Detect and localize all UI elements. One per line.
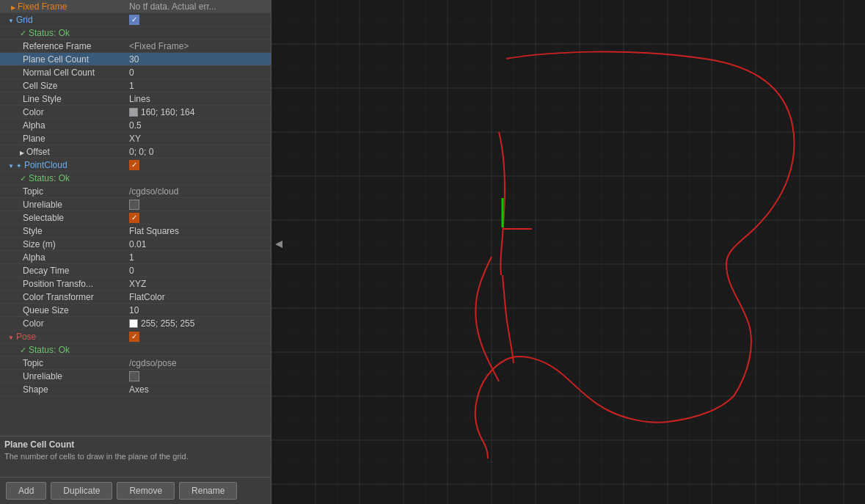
pc-queue-size-row[interactable]: Queue Size 10 — [0, 304, 271, 317]
pose-status-check-icon — [20, 345, 26, 355]
color-label-1: Color — [23, 107, 44, 117]
line-style-value: Lines — [129, 94, 150, 104]
pose-unreliable-row[interactable]: Unreliable — [0, 370, 271, 383]
pc-size-value: 0.01 — [129, 239, 146, 249]
reference-frame-row[interactable]: Reference Frame <Fixed Frame> — [0, 40, 271, 53]
plane-cell-count-row[interactable]: Plane Cell Count 30 — [0, 53, 271, 66]
color-row-1[interactable]: Color 160; 160; 164 — [0, 106, 271, 119]
line-style-row[interactable]: Line Style Lines — [0, 92, 271, 106]
pointcloud-label: PointCloud — [24, 160, 67, 170]
pc-decay-row[interactable]: Decay Time 0 — [0, 264, 271, 277]
status-check-icon — [20, 28, 26, 38]
fixed-frame-value: No tf data. Actual err... — [129, 1, 216, 12]
grid-row[interactable]: Grid — [0, 13, 271, 26]
pc-status-label: Status: Ok — [29, 173, 70, 183]
alpha-row-1[interactable]: Alpha 0.5 — [0, 119, 271, 132]
pc-status-check-icon — [20, 173, 26, 183]
pose-shape-row[interactable]: Shape Axes — [0, 383, 271, 396]
expand-icon — [11, 1, 15, 12]
add-button[interactable]: Add — [6, 482, 46, 500]
fixed-frame-label: Fixed Frame — [18, 1, 67, 12]
pc-topic-row[interactable]: Topic /cgdso/cloud — [0, 185, 271, 198]
pose-topic-value: /cgdso/pose — [129, 358, 177, 368]
main-area: Fixed Frame No tf data. Actual err... Gr… — [0, 0, 865, 504]
plane-label: Plane — [23, 134, 45, 144]
cell-size-value: 1 — [129, 81, 134, 91]
reference-frame-label: Reference Frame — [23, 41, 91, 51]
pc-selectable-row[interactable]: Selectable — [0, 211, 271, 224]
pose-unreliable-checkbox[interactable] — [129, 371, 139, 381]
plane-row[interactable]: Plane XY — [0, 132, 271, 145]
pointcloud-icon — [16, 160, 22, 170]
color-swatch-1 — [129, 108, 138, 117]
pc-color-row[interactable]: Color 255; 255; 255 — [0, 317, 271, 330]
pc-decay-value: 0 — [129, 266, 134, 276]
pose-row[interactable]: Pose — [0, 330, 271, 343]
pc-unreliable-checkbox[interactable] — [129, 200, 139, 210]
duplicate-button[interactable]: Duplicate — [51, 482, 112, 500]
line-style-label: Line Style — [23, 94, 62, 104]
pc-size-row[interactable]: Size (m) 0.01 — [0, 238, 271, 251]
grid-checkbox[interactable] — [129, 15, 139, 25]
rename-button[interactable]: Rename — [179, 482, 237, 500]
pc-alpha-value: 1 — [129, 252, 134, 263]
status-bar: Plane Cell Count The number of cells to … — [0, 436, 271, 477]
pose-status-row[interactable]: Status: Ok — [0, 343, 271, 357]
pose-unreliable-label: Unreliable — [23, 371, 62, 381]
pc-selectable-checkbox[interactable] — [129, 213, 139, 223]
pc-queue-size-label: Queue Size — [23, 305, 69, 315]
status-description: The number of cells to draw in the plane… — [4, 451, 266, 462]
pose-shape-label: Shape — [23, 384, 48, 395]
pose-checkbox[interactable] — [129, 332, 139, 342]
3d-viewport — [271, 0, 865, 504]
offset-expand-icon — [20, 147, 24, 157]
fixed-frame-row[interactable]: Fixed Frame No tf data. Actual err... — [0, 0, 271, 13]
pc-size-label: Size (m) — [23, 239, 56, 249]
pc-style-row[interactable]: Style Flat Squares — [0, 224, 271, 238]
pc-style-label: Style — [23, 226, 43, 236]
pose-shape-value: Axes — [129, 384, 149, 395]
pc-color-value: 255; 255; 255 — [141, 318, 194, 329]
pc-style-value: Flat Squares — [129, 226, 179, 236]
svg-rect-0 — [271, 0, 865, 504]
color-value-1: 160; 160; 164 — [141, 107, 194, 117]
pc-decay-label: Decay Time — [23, 266, 69, 276]
canvas-area[interactable] — [271, 0, 865, 504]
plane-value: XY — [129, 134, 141, 144]
reference-frame-value: <Fixed Frame> — [129, 41, 189, 51]
pose-expand-icon — [8, 332, 14, 342]
pointcloud-row[interactable]: PointCloud — [0, 158, 271, 172]
grid-status-label: Status: Ok — [29, 28, 70, 38]
pc-color-transformer-value: FlatColor — [129, 292, 165, 302]
pc-position-row[interactable]: Position Transfo... XYZ — [0, 277, 271, 291]
plane-cell-count-value: 30 — [129, 54, 139, 65]
pc-position-label: Position Transfo... — [23, 279, 93, 289]
pc-topic-label: Topic — [23, 186, 43, 197]
cell-size-row[interactable]: Cell Size 1 — [0, 79, 271, 92]
pose-topic-label: Topic — [23, 358, 43, 368]
remove-button[interactable]: Remove — [117, 482, 175, 500]
pc-position-value: XYZ — [129, 279, 146, 289]
pose-label: Pose — [16, 332, 36, 342]
pc-status-row[interactable]: Status: Ok — [0, 172, 271, 185]
bottom-buttons: Add Duplicate Remove Rename — [0, 477, 271, 504]
tree-area[interactable]: Fixed Frame No tf data. Actual err... Gr… — [0, 0, 271, 436]
pc-color-label: Color — [23, 318, 44, 329]
offset-value: 0; 0; 0 — [129, 147, 153, 157]
cell-size-label: Cell Size — [23, 81, 57, 91]
pointcloud-checkbox[interactable] — [129, 160, 139, 170]
offset-label: Offset — [26, 147, 50, 157]
pc-alpha-row[interactable]: Alpha 1 — [0, 251, 271, 264]
normal-cell-count-row[interactable]: Normal Cell Count 0 — [0, 66, 271, 79]
grid-expand-icon — [8, 15, 14, 25]
normal-cell-count-value: 0 — [129, 67, 134, 78]
plane-cell-count-label: Plane Cell Count — [23, 54, 89, 65]
offset-row[interactable]: Offset 0; 0; 0 — [0, 145, 271, 158]
pc-unreliable-row[interactable]: Unreliable — [0, 198, 271, 211]
pose-topic-row[interactable]: Topic /cgdso/pose — [0, 357, 271, 370]
grid-status-row[interactable]: Status: Ok — [0, 26, 271, 40]
pc-color-transformer-row[interactable]: Color Transformer FlatColor — [0, 291, 271, 304]
left-panel: Fixed Frame No tf data. Actual err... Gr… — [0, 0, 271, 504]
normal-cell-count-label: Normal Cell Count — [23, 67, 95, 78]
alpha-label-1: Alpha — [23, 120, 45, 131]
